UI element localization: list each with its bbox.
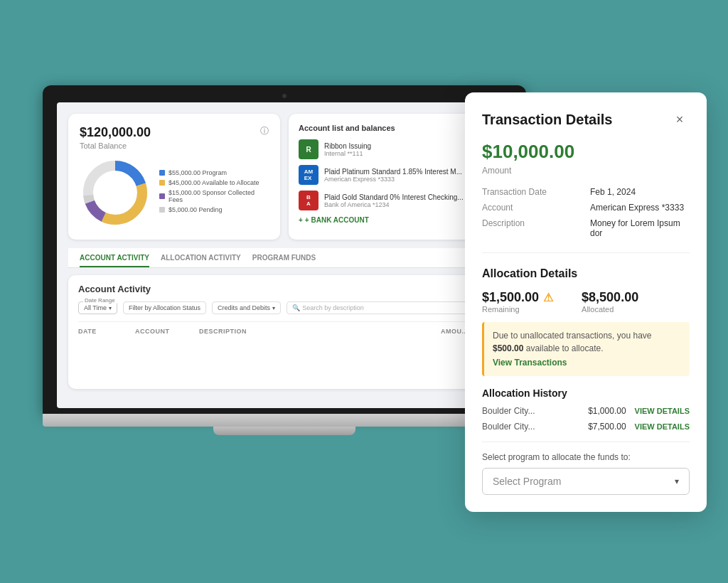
chevron-down-icon: ▾ [675,476,679,486]
meta-value-date: Feb 1, 2024 [590,187,690,197]
legend-label: $55,000.00 Program [168,169,227,176]
legend: $55,000.00 Program $45,000.00 Available … [159,169,269,216]
legend-dot-pending [159,207,165,213]
history-name-2: Boulder City... [482,422,588,432]
legend-item: $15,000.00 Sponsor Collected Fees [159,189,269,203]
transaction-amount: $10,000.00 [482,141,690,163]
table-header: DATE ACCOUNT DESCRIPTION AMOU... [78,321,491,335]
tab-program-funds[interactable]: PROGRAM FUNDS [252,254,316,267]
legend-label: $15,000.00 Sponsor Collected Fees [168,189,269,203]
tab-allocation-activity[interactable]: ALLOCATION ACTIVITY [161,254,241,267]
legend-label: $45,000.00 Available to Allocate [168,179,259,186]
transaction-meta: Transaction Date Feb 1, 2024 Account Ame… [482,187,690,253]
account-logo-boa: BA [299,191,318,210]
laptop-screen: $120,000.00 Total Balance ⓘ [57,102,512,408]
panel-header: Transaction Details × [482,109,690,129]
warning-box: Due to unallocated transactions, you hav… [482,322,690,376]
list-item[interactable]: BA Plaid Gold Standard 0% Interest Check… [299,191,491,210]
transaction-panel: Transaction Details × $10,000.00 Amount … [465,92,707,512]
close-button[interactable]: × [670,109,690,129]
search-icon: 🔍 [292,304,300,311]
legend-item: $5,000.00 Pending [159,206,269,213]
allocation-amounts: $1,500.00 ⚠ Remaining $8,500.00 Allocate… [482,290,690,314]
select-program-dropdown[interactable]: Select Program ▾ [482,468,690,495]
remaining-block: $1,500.00 ⚠ Remaining [482,290,553,314]
remaining-amount: $1,500.00 ⚠ [482,290,553,305]
date-range-filter[interactable]: Date Range All Time ▾ [78,301,117,314]
info-icon[interactable]: ⓘ [260,125,269,137]
donut-chart [80,157,151,228]
laptop-stand [213,427,355,435]
tab-account-activity[interactable]: ACCOUNT ACTIVITY [80,254,149,267]
search-filter[interactable]: 🔍 Search by description [287,301,491,314]
allocation-status-filter[interactable]: Filter by Allocation Status [123,301,206,314]
view-details-2[interactable]: VIEW DETAILS [635,422,690,431]
col-date: DATE [78,328,135,335]
allocation-details-title: Allocation Details [482,267,690,280]
divider [482,442,690,442]
history-amount-2: $7,500.00 [588,422,626,432]
allocated-amount: $8,500.00 [582,290,638,305]
activity-section: Account Activity Date Range All Time ▾ F… [68,275,500,389]
chart-area: $55,000.00 Program $45,000.00 Available … [80,157,269,228]
meta-label-date: Transaction Date [482,187,582,197]
view-details-1[interactable]: VIEW DETAILS [635,407,690,415]
meta-value-account: American Express *3333 [590,203,690,213]
select-program-label: Select program to allocate the funds to: [482,452,690,462]
list-item[interactable]: AMEX Plaid Platinum Standard 1.85% Inter… [299,165,491,185]
allocation-history-title: Allocation History [482,387,690,399]
legend-item: $55,000.00 Program [159,169,269,176]
credits-debits-filter[interactable]: Credits and Debits ▾ [212,301,281,314]
search-placeholder: Search by description [302,304,364,311]
legend-dot-program [159,170,165,176]
history-amount-1: $1,000.00 [588,406,626,416]
legend-dot-available [159,180,165,186]
meta-value-description: Money for Lorem Ipsum dor [590,218,690,238]
history-row: Boulder City... $1,000.00 VIEW DETAILS [482,406,690,416]
view-transactions-link[interactable]: View Transactions [493,356,681,369]
balance-label: Total Balance [80,141,151,150]
history-name-1: Boulder City... [482,406,588,416]
amount-label: Amount [482,166,690,176]
account-logo-amex: AMEX [299,165,318,185]
balance-card: $120,000.00 Total Balance ⓘ [68,114,280,240]
plus-icon: + [299,216,303,224]
panel-title: Transaction Details [482,112,612,128]
warning-text: Due to unallocated transactions, you hav… [493,331,651,341]
dashboard-grid: $120,000.00 Total Balance ⓘ [68,114,500,240]
camera [282,94,287,98]
dashboard: $120,000.00 Total Balance ⓘ [57,102,512,408]
list-item[interactable]: R Ribbon Issuing Internal **111 [299,139,491,159]
warning-amount: $500.00 [493,343,523,353]
col-description: DESCRIPTION [199,328,441,335]
meta-label-account: Account [482,203,582,213]
account-card-title: Account list and balances [299,124,491,132]
filters: Date Range All Time ▾ Filter by Allocati… [78,301,491,314]
laptop-base [43,414,526,427]
allocated-block: $8,500.00 Allocated [582,290,638,314]
laptop: $120,000.00 Total Balance ⓘ [43,85,526,435]
activity-title: Account Activity [78,284,491,294]
warning-text2: available to allocate. [526,343,604,353]
legend-label: $5,000.00 Pending [168,206,223,213]
legend-dot-sponsor [159,193,165,199]
tabs-bar: ACCOUNT ACTIVITY ALLOCATION ACTIVITY PRO… [68,248,500,268]
screen-bezel: $120,000.00 Total Balance ⓘ [43,85,526,414]
balance-amount: $120,000.00 [80,125,151,140]
remaining-label: Remaining [482,305,553,314]
meta-label-description: Description [482,218,582,238]
account-logo-ribbon: R [299,139,318,159]
allocated-label: Allocated [582,305,638,314]
warning-icon: ⚠ [543,291,553,304]
history-row: Boulder City... $7,500.00 VIEW DETAILS [482,422,690,432]
add-account-button[interactable]: + + BANK ACCOUNT [299,216,491,224]
select-program-placeholder: Select Program [493,476,561,487]
add-account-label: + BANK ACCOUNT [305,216,369,224]
col-account: ACCOUNT [135,328,199,335]
legend-item: $45,000.00 Available to Allocate [159,179,269,186]
